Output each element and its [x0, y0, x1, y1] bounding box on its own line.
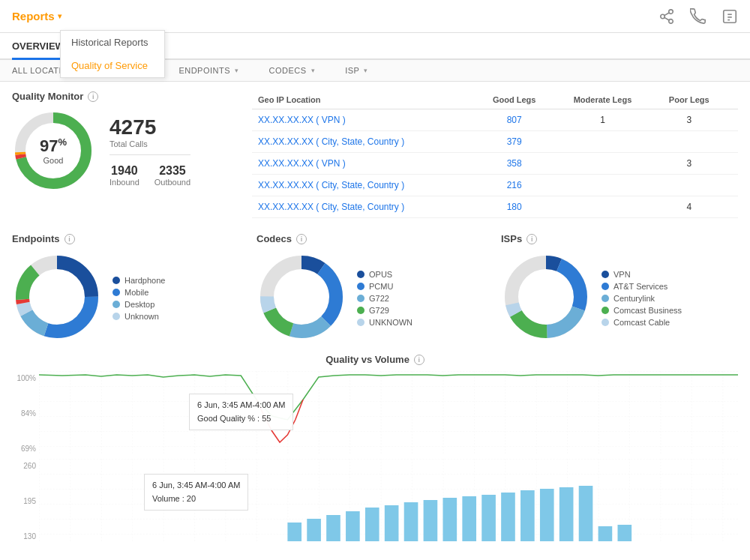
legend-item: UNKNOWN [357, 318, 412, 327]
geo-link[interactable]: XX.XX.XX.XX ( VPN ) [258, 158, 346, 169]
menu-item-historical[interactable]: Historical Reports [61, 31, 164, 54]
svg-rect-47 [540, 489, 554, 541]
legend-dot [357, 319, 364, 326]
geo-link[interactable]: XX.XX.XX.XX ( City, State, Country ) [258, 180, 404, 190]
quality-svg-wrapper: 6 Jun, 3:45 AM-4:00 AM Good Quality % : … [39, 371, 738, 456]
svg-rect-40 [404, 502, 418, 541]
isps-chart-row: VPNAT&T ServicesCenturylinkComcast Busin… [501, 252, 738, 342]
endpoints-info-icon[interactable]: i [64, 234, 75, 244]
filter-isp[interactable]: ISP ▾ [345, 66, 368, 75]
poor-legs-value [652, 175, 726, 196]
codecs-chart: Codecs i OPUSPCMUG722G729UNKNOWN [256, 233, 494, 342]
header-left: Reports ▾ Historical Reports Quality of … [12, 10, 62, 22]
quality-donut-label: 97% Good [40, 136, 67, 165]
svg-point-2 [669, 19, 674, 22]
legend-label: Centurylink [614, 294, 655, 303]
menu-item-quality[interactable]: Quality of Service [61, 54, 164, 77]
outbound-stat: 2335 Outbound [154, 164, 190, 187]
filter-isp-label: ISP [345, 66, 359, 75]
svg-rect-32 [39, 371, 738, 454]
main-content: Quality Monitor i [0, 82, 750, 553]
geo-link[interactable]: XX.XX.XX.XX ( City, State, Country ) [258, 136, 404, 147]
legend-item: Desktop [112, 300, 165, 309]
quality-monitor-title: Quality Monitor i [12, 91, 237, 102]
legend-item: Mobile [112, 288, 165, 297]
quality-stats: 4275 Total Calls 1940 Inbound 2335 Outbo… [110, 115, 190, 187]
qvv-info-icon[interactable]: i [414, 355, 424, 365]
legend-label: Comcast Cable [614, 318, 670, 327]
codecs-legend: OPUSPCMUG722G729UNKNOWN [357, 270, 412, 327]
svg-rect-45 [501, 493, 515, 541]
svg-rect-34 [287, 523, 302, 541]
moderate-legs-value [553, 153, 652, 175]
endpoints-legend: HardphoneMobileDesktopUnknown [112, 276, 165, 321]
header-icons [658, 8, 738, 25]
volume-bar-chart [39, 459, 738, 541]
geo-link[interactable]: XX.XX.XX.XX ( VPN ) [258, 115, 346, 125]
poor-legs-value: 4 [652, 196, 726, 218]
poor-legs-value: 3 [652, 109, 726, 131]
filter-endpoints[interactable]: ENDPOINTS ▾ [178, 66, 238, 75]
quality-monitor-info-icon[interactable]: i [88, 91, 98, 102]
legend-dot [357, 283, 364, 290]
legend-item: Comcast Cable [602, 318, 682, 327]
chevron-down-icon-3: ▾ [311, 67, 316, 74]
share-icon[interactable] [658, 8, 675, 25]
isps-info-icon[interactable]: i [526, 234, 537, 244]
moderate-legs-value [553, 131, 652, 153]
quality-monitor-body: 97% Good 4275 Total Calls 1940 [12, 109, 237, 192]
y-label-260: 260 [12, 462, 36, 470]
svg-point-0 [669, 9, 674, 13]
legend-dot [602, 283, 609, 290]
chevron-down-icon-2: ▾ [235, 67, 239, 74]
endpoints-chart-row: HardphoneMobileDesktopUnknown [12, 252, 249, 342]
filter-endpoints-label: ENDPOINTS [178, 66, 230, 75]
table-row: XX.XX.XX.XX ( VPN ) 358 3 [252, 153, 738, 175]
codecs-chart-row: OPUSPCMUG722G729UNKNOWN [256, 252, 494, 342]
svg-rect-38 [365, 508, 380, 541]
svg-rect-48 [560, 487, 574, 541]
geo-link[interactable]: XX.XX.XX.XX ( City, State, Country ) [258, 202, 404, 212]
legend-item: Centurylink [602, 294, 682, 303]
filter-codecs-label: CODECS [269, 66, 307, 75]
legend-dot [112, 313, 120, 320]
tab-overview[interactable]: OVERVIEW [12, 33, 64, 60]
reports-button[interactable]: Reports ▾ [12, 10, 62, 22]
table-row: XX.XX.XX.XX ( City, State, Country ) 216 [252, 175, 738, 196]
legend-label: Comcast Business [614, 306, 682, 315]
good-legs-value: 379 [476, 131, 554, 153]
svg-rect-42 [442, 498, 457, 541]
legend-label: Mobile [124, 288, 148, 297]
quality-line-chart [39, 371, 738, 454]
svg-rect-49 [579, 486, 593, 541]
volume-svg-wrapper: 6 Jun, 3:45 AM-4:00 AM Volume : 20 [39, 459, 738, 544]
legend-item: Hardphone [112, 276, 165, 285]
geo-location: XX.XX.XX.XX ( City, State, Country ) [252, 196, 476, 218]
good-legs-value: 180 [476, 196, 554, 218]
svg-line-3 [664, 17, 669, 20]
svg-line-4 [664, 12, 669, 15]
legend-label: G729 [369, 306, 389, 315]
quality-monitor: Quality Monitor i [12, 91, 237, 218]
reports-label: Reports [12, 10, 55, 22]
header: Reports ▾ Historical Reports Quality of … [0, 0, 750, 33]
report-icon[interactable] [722, 8, 738, 25]
legend-label: PCMU [369, 282, 393, 291]
filter-codecs[interactable]: CODECS ▾ [269, 66, 316, 75]
legend-item: Comcast Business [602, 306, 682, 315]
legend-item: G729 [357, 306, 412, 315]
moderate-legs-value: 1 [553, 109, 652, 131]
legend-label: Unknown [124, 312, 159, 321]
volume-chart-container: 260 195 130 [12, 459, 738, 544]
legend-item: VPN [602, 270, 682, 279]
svg-rect-50 [598, 526, 613, 541]
top-section: Quality Monitor i [12, 91, 738, 218]
codecs-info-icon[interactable]: i [296, 234, 307, 244]
good-legs-value: 358 [476, 153, 554, 175]
phone-icon[interactable] [690, 8, 706, 25]
codecs-title: Codecs i [256, 233, 494, 244]
charts-section: Endpoints i [12, 233, 738, 342]
y-label-195: 195 [12, 497, 36, 505]
volume-y-axis: 260 195 130 [12, 459, 39, 544]
legend-dot [602, 295, 609, 302]
